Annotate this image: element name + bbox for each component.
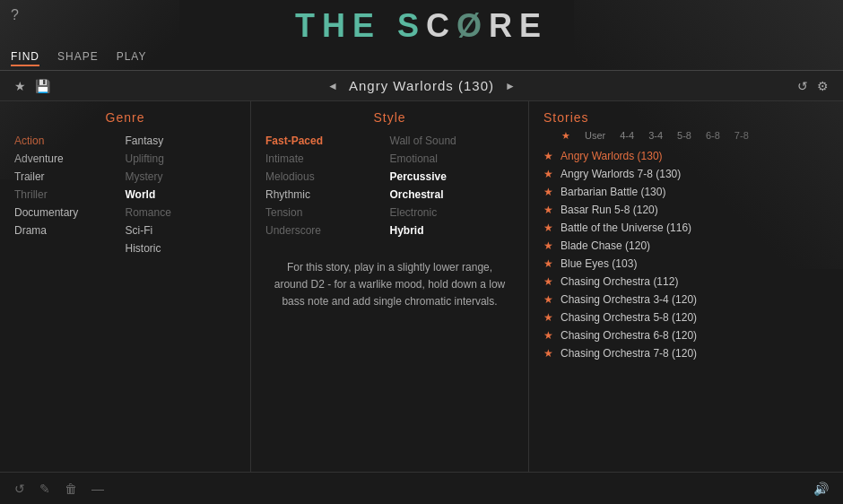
story-label: Chasing Orchestra 7-8 (120) [561, 347, 697, 360]
style-underscore[interactable]: Underscore [265, 223, 390, 238]
genre-action[interactable]: Action [14, 134, 126, 148]
star-placeholder: ★ [561, 130, 570, 142]
settings-button[interactable]: ⚙ [817, 79, 829, 93]
style-intimate[interactable]: Intimate [265, 152, 390, 166]
style-grid: Fast-Paced Intimate Melodious Rhythmic T… [265, 134, 514, 238]
style-list-left: Fast-Paced Intimate Melodious Rhythmic T… [265, 134, 390, 238]
bottom-minus-button[interactable]: — [91, 482, 104, 496]
style-header: Style [265, 110, 514, 125]
toolbar-title: Angry Warlords (130) [349, 78, 494, 93]
style-percussive[interactable]: Percussive [390, 169, 515, 184]
style-rhythmic[interactable]: Rhythmic [265, 187, 390, 202]
stories-header-row: Stories [543, 110, 834, 125]
star-icon[interactable]: ★ [543, 186, 553, 198]
star-icon[interactable]: ★ [543, 275, 553, 288]
stories-list[interactable]: ★ Angry Warlords (130) ★ Angry Warlords … [543, 147, 834, 502]
meta-col1: 4-4 [620, 130, 634, 142]
genre-historic[interactable]: Historic [126, 241, 237, 256]
nav-bar: FIND SHAPE PLAY [0, 47, 843, 71]
story-label: Battle of the Universe (116) [561, 222, 691, 234]
nav-shape[interactable]: SHAPE [57, 50, 99, 66]
story-item[interactable]: ★ Chasing Orchestra 7-8 (120) [543, 344, 830, 362]
next-button[interactable]: ► [505, 80, 516, 92]
star-button[interactable]: ★ [14, 79, 26, 93]
genre-documentary[interactable]: Documentary [14, 205, 126, 220]
story-item[interactable]: ★ Battle of the Universe (116) [543, 219, 830, 237]
story-label: Chasing Orchestra 3-4 (120) [561, 293, 697, 306]
toolbar: ★ 💾 ◄ Angry Warlords (130) ► ↺ ⚙ [0, 71, 843, 101]
nav-play[interactable]: PLAY [117, 50, 147, 66]
style-melodious[interactable]: Melodious [265, 169, 390, 184]
story-item[interactable]: ★ Blue Eyes (103) [543, 255, 830, 273]
style-fast-paced[interactable]: Fast-Paced [265, 134, 390, 148]
genre-header: Genre [14, 110, 236, 125]
star-icon[interactable]: ★ [543, 293, 553, 306]
toolbar-left: ★ 💾 [14, 79, 50, 93]
title-re: RE [489, 7, 548, 44]
top-bar: ? THE SCØRE FIND SHAPE PLAY [0, 0, 843, 71]
prev-button[interactable]: ◄ [327, 80, 338, 92]
genre-fantasy[interactable]: Fantasy [126, 134, 237, 148]
style-tension[interactable]: Tension [265, 205, 390, 220]
story-item[interactable]: ★ Chasing Orchestra (112) [543, 273, 830, 291]
story-item[interactable]: ★ Chasing Orchestra 3-4 (120) [543, 291, 830, 308]
meta-col4: 6-8 [706, 130, 720, 142]
style-electronic[interactable]: Electronic [390, 205, 515, 220]
genre-adventure[interactable]: Adventure [14, 152, 126, 166]
story-item[interactable]: ★ Angry Warlords 7-8 (130) [543, 165, 830, 183]
genre-scifi[interactable]: Sci-Fi [126, 223, 237, 238]
star-icon[interactable]: ★ [543, 204, 553, 216]
style-emotional[interactable]: Emotional [390, 152, 515, 166]
story-item[interactable]: ★ Basar Run 5-8 (120) [543, 201, 830, 219]
meta-col3: 5-8 [677, 130, 691, 142]
story-label: Chasing Orchestra (112) [561, 275, 678, 288]
toolbar-right: ↺ ⚙ [797, 79, 829, 93]
story-item[interactable]: ★ Chasing Orchestra 5-8 (120) [543, 308, 830, 326]
help-button[interactable]: ? [11, 7, 19, 23]
genre-lists: Action Adventure Trailer Thriller Docume… [14, 134, 236, 256]
star-icon[interactable]: ★ [543, 347, 553, 360]
star-icon[interactable]: ★ [543, 257, 553, 270]
bottom-pencil-button[interactable]: ✎ [39, 482, 50, 496]
star-icon[interactable]: ★ [543, 168, 553, 180]
refresh-button[interactable]: ↺ [797, 79, 808, 93]
story-label: Chasing Orchestra 5-8 (120) [561, 311, 697, 324]
story-label: Angry Warlords 7-8 (130) [561, 168, 681, 180]
genre-trailer[interactable]: Trailer [14, 169, 126, 184]
style-description: For this story, play in a slightly lower… [265, 252, 514, 318]
nav-find[interactable]: FIND [11, 50, 39, 66]
story-item[interactable]: ★ Angry Warlords (130) [543, 147, 830, 165]
star-icon[interactable]: ★ [543, 222, 553, 234]
story-label: Chasing Orchestra 6-8 (120) [561, 329, 697, 342]
story-item[interactable]: ★ Barbarian Battle (130) [543, 183, 830, 201]
toolbar-center: ◄ Angry Warlords (130) ► [327, 78, 516, 93]
bottom-refresh-button[interactable]: ↺ [14, 482, 25, 496]
meta-col5: 7-8 [734, 130, 749, 142]
story-label: Blade Chase (120) [561, 239, 650, 252]
genre-uplifting[interactable]: Uplifting [126, 152, 237, 166]
style-wall-of-sound[interactable]: Wall of Sound [390, 134, 515, 148]
genre-column: Genre Action Adventure Trailer Thriller … [0, 101, 251, 504]
genre-world[interactable]: World [126, 187, 237, 202]
story-item[interactable]: ★ Blade Chase (120) [543, 237, 830, 255]
star-icon[interactable]: ★ [543, 150, 553, 162]
genre-thriller[interactable]: Thriller [14, 187, 126, 202]
volume-button[interactable]: 🔊 [813, 482, 829, 496]
style-orchestral[interactable]: Orchestral [390, 187, 515, 202]
genre-mystery[interactable]: Mystery [126, 169, 237, 184]
style-hybrid[interactable]: Hybrid [390, 223, 515, 238]
story-item[interactable]: ★ Chasing Orchestra 6-8 (120) [543, 326, 830, 344]
star-icon[interactable]: ★ [543, 239, 553, 252]
title-c: C [426, 7, 456, 44]
story-label: Basar Run 5-8 (120) [561, 204, 658, 216]
meta-user: User [585, 130, 605, 142]
save-button[interactable]: 💾 [35, 79, 50, 93]
title-o: Ø [456, 7, 489, 44]
stories-column: Stories ★ User 4-4 3-4 5-8 6-8 7-8 ★ Ang… [529, 101, 843, 504]
genre-drama[interactable]: Drama [14, 223, 126, 238]
main-content: Genre Action Adventure Trailer Thriller … [0, 101, 843, 504]
star-icon[interactable]: ★ [543, 311, 553, 324]
star-icon[interactable]: ★ [543, 329, 553, 342]
bottom-trash-button[interactable]: 🗑 [65, 482, 77, 496]
genre-romance[interactable]: Romance [126, 205, 237, 220]
